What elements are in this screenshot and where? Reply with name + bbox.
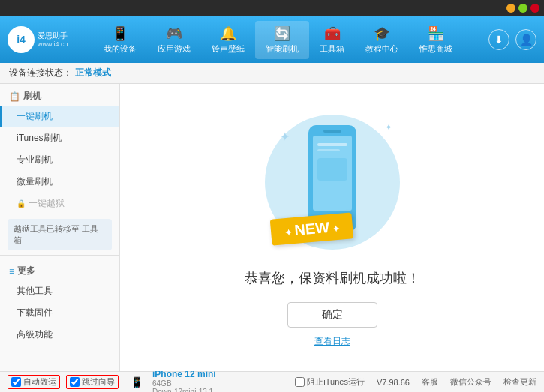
status-label: 设备连接状态：	[9, 67, 72, 79]
nav-smart-shop[interactable]: 🔄 智能刷机	[255, 21, 309, 59]
phone-illustration: ✦ ✦ NEW	[257, 107, 407, 257]
skip-wizard-input[interactable]	[70, 377, 80, 387]
content-area: ✦ ✦ NEW 恭喜您，保资料刷机成功啦！ 确定	[120, 84, 544, 371]
version-text: V7.98.66	[377, 378, 410, 387]
check-update-link[interactable]: 检查更新	[503, 376, 536, 388]
sidebar-item-micro-flash[interactable]: 微量刷机	[0, 171, 119, 193]
sparkle-tr-icon: ✦	[385, 122, 392, 133]
device-details: iPhone 12 mini 64GB Down-12mini-13,1	[152, 369, 216, 393]
more-section-icon: ≡	[9, 266, 14, 277]
nav-tutorial-icon: 🎓	[374, 25, 390, 42]
nav-app-games-icon: 🎮	[166, 25, 182, 42]
flash-section-icon: 📋	[9, 91, 20, 102]
status-value: 正常模式	[75, 67, 111, 79]
device-icon: 📱	[131, 376, 143, 388]
main-layout: 📋 刷机 一键刷机 iTunes刷机 专业刷机 微量刷机 🔒 一键越狱 越狱工具…	[0, 84, 544, 371]
customer-service-link[interactable]: 客服	[422, 376, 438, 388]
svg-rect-4	[317, 143, 347, 146]
sidebar-info-box: 越狱工具已转移至 工具箱	[8, 219, 112, 250]
auto-start-checkbox[interactable]: 自动敬运	[8, 375, 60, 389]
confirm-button[interactable]: 确定	[287, 302, 377, 328]
sidebar-item-download-firmware[interactable]: 下载固件	[0, 302, 119, 324]
sidebar-divider	[0, 255, 119, 256]
sidebar-section-more: ≡ 更多	[0, 259, 119, 280]
task-log-link[interactable]: 查看日志	[314, 335, 350, 348]
nav-tutorial[interactable]: 🎓 教程中心	[355, 21, 409, 59]
svg-rect-5	[317, 149, 340, 151]
bottom-left: 自动敬运 跳过向导 📱 iPhone 12 mini 64GB Down-12m…	[8, 369, 295, 393]
sidebar-item-other-tools[interactable]: 其他工具	[0, 280, 119, 302]
nav-weisi-store[interactable]: 🏪 惟思商城	[409, 21, 463, 59]
header-right: ⬇ 👤	[488, 29, 536, 50]
nav-smart-shop-icon: 🔄	[274, 25, 290, 42]
nav-app-games[interactable]: 🎮 应用游戏	[147, 21, 201, 59]
nav-ringtone[interactable]: 🔔 铃声壁纸	[201, 21, 255, 59]
nav-toolbox-icon: 🧰	[324, 25, 341, 42]
bottom-bar: 自动敬运 跳过向导 📱 iPhone 12 mini 64GB Down-12m…	[0, 371, 544, 392]
logo-text: 爱思助手 www.i4.cn	[38, 31, 68, 49]
skip-wizard-checkbox[interactable]: 跳过向导	[66, 375, 119, 389]
nav-my-device-icon: 📱	[112, 25, 128, 42]
logo-icon: i4	[8, 26, 35, 53]
nav-ringtone-icon: 🔔	[220, 25, 236, 42]
title-bar	[0, 0, 544, 16]
auto-start-input[interactable]	[11, 377, 21, 387]
status-bar: 设备连接状态： 正常模式	[0, 63, 544, 84]
sidebar: 📋 刷机 一键刷机 iTunes刷机 专业刷机 微量刷机 🔒 一键越狱 越狱工具…	[0, 84, 120, 371]
svg-rect-6	[317, 158, 347, 181]
nav-items: 📱 我的设备 🎮 应用游戏 🔔 铃声壁纸 🔄 智能刷机 🧰 工具箱 🎓 教程中心…	[75, 21, 481, 59]
device-info: 📱 iPhone 12 mini 64GB Down-12mini-13,1	[131, 369, 216, 393]
nav-toolbox[interactable]: 🧰 工具箱	[309, 21, 355, 59]
sidebar-item-jailbreak: 🔒 一键越狱	[0, 193, 119, 214]
close-btn[interactable]	[530, 4, 539, 13]
device-firmware: Down-12mini-13,1	[152, 388, 216, 393]
sidebar-item-itunes-flash[interactable]: iTunes刷机	[0, 127, 119, 149]
success-text: 恭喜您，保资料刷机成功啦！	[245, 269, 420, 287]
sidebar-item-pro-flash[interactable]: 专业刷机	[0, 149, 119, 171]
device-capacity: 64GB	[152, 379, 216, 388]
logo-area: i4 爱思助手 www.i4.cn	[8, 26, 75, 53]
sidebar-section-flash: 📋 刷机	[0, 84, 119, 106]
lock-icon: 🔒	[17, 199, 26, 208]
header: i4 爱思助手 www.i4.cn 📱 我的设备 🎮 应用游戏 🔔 铃声壁纸 🔄…	[0, 16, 544, 63]
sidebar-item-one-key-flash[interactable]: 一键刷机	[0, 106, 119, 127]
nav-my-device[interactable]: 📱 我的设备	[93, 21, 147, 59]
user-btn[interactable]: 👤	[515, 29, 536, 50]
sparkle-tl-icon: ✦	[280, 130, 290, 144]
maximize-btn[interactable]	[518, 4, 527, 13]
svg-rect-3	[323, 130, 341, 133]
sidebar-item-advanced[interactable]: 高级功能	[0, 324, 119, 346]
nav-weisi-store-icon: 🏪	[428, 25, 444, 42]
stop-itunes[interactable]: 阻止iTunes运行	[295, 376, 365, 388]
minimize-btn[interactable]	[506, 4, 515, 13]
bottom-right: V7.98.66 客服 微信公众号 检查更新	[365, 376, 536, 388]
download-btn[interactable]: ⬇	[488, 29, 509, 50]
wechat-link[interactable]: 微信公众号	[450, 376, 491, 388]
stop-itunes-checkbox[interactable]	[295, 377, 305, 387]
